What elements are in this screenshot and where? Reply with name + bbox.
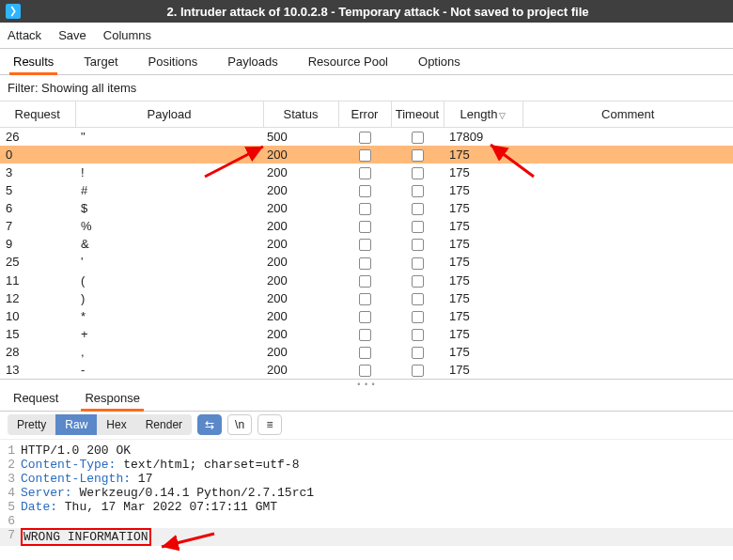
col-status[interactable]: Status (263, 101, 338, 128)
tab-payloads[interactable]: Payloads (226, 49, 279, 74)
col-timeout[interactable]: Timeout (391, 101, 444, 128)
tab-resource-pool[interactable]: Resource Pool (306, 49, 390, 74)
newline-toggle-icon[interactable]: \n (227, 414, 252, 435)
title-bar: 2. Intruder attack of 10.0.2.8 - Tempora… (0, 0, 733, 23)
table-row[interactable]: 28,200175 (0, 343, 733, 361)
detail-tab-bar: Request Response (0, 385, 733, 412)
view-mode-group: Pretty Raw Hex Render (8, 414, 192, 435)
main-tab-bar: Results Target Positions Payloads Resour… (0, 49, 733, 75)
code-line: 7WRONG INFORMATION (0, 528, 733, 546)
detail-tab-response[interactable]: Response (83, 385, 142, 411)
menu-bar: Attack Save Columns (0, 23, 733, 49)
error-checkbox[interactable] (359, 311, 371, 323)
view-hex[interactable]: Hex (97, 414, 135, 435)
tab-results[interactable]: Results (11, 49, 55, 74)
table-row[interactable]: 13-200175 (0, 361, 733, 379)
error-checkbox[interactable] (359, 257, 371, 270)
table-row[interactable]: 12)200175 (0, 289, 733, 307)
table-row[interactable]: 7%200175 (0, 217, 733, 235)
timeout-checkbox[interactable] (412, 149, 424, 162)
timeout-checkbox[interactable] (412, 347, 424, 359)
app-icon (6, 4, 21, 19)
detail-tab-request[interactable]: Request (11, 385, 60, 411)
table-row[interactable]: 10*200175 (0, 307, 733, 325)
code-line: 3Content-Length: 17 (0, 472, 733, 486)
code-line: 1HTTP/1.0 200 OK (0, 443, 733, 458)
view-toolbar: Pretty Raw Hex Render ⇆ \n ≡ (0, 412, 733, 440)
filter-text: Filter: Showing all items (8, 81, 136, 95)
code-line: 4Server: Werkzeug/0.14.1 Python/2.7.15rc… (0, 486, 733, 500)
results-table: Request Payload Status Error Timeout Len… (0, 101, 733, 379)
error-checkbox[interactable] (359, 329, 371, 341)
error-checkbox[interactable] (359, 293, 371, 305)
timeout-checkbox[interactable] (412, 275, 424, 288)
timeout-checkbox[interactable] (412, 293, 424, 305)
response-body[interactable]: 1HTTP/1.0 200 OK2Content-Type: text/html… (0, 440, 733, 560)
filter-bar[interactable]: Filter: Showing all items (0, 75, 733, 101)
error-checkbox[interactable] (359, 239, 371, 251)
error-checkbox[interactable] (359, 185, 371, 197)
col-length[interactable]: Length▽ (444, 101, 522, 128)
wrap-toggle-icon[interactable]: ⇆ (197, 414, 222, 435)
timeout-checkbox[interactable] (412, 167, 424, 179)
col-comment[interactable]: Comment (522, 101, 733, 128)
code-line: 6 (0, 514, 733, 528)
error-checkbox[interactable] (359, 132, 371, 144)
timeout-checkbox[interactable] (412, 185, 424, 197)
results-table-wrap: Request Payload Status Error Timeout Len… (0, 101, 733, 380)
tab-options[interactable]: Options (416, 49, 462, 74)
table-row[interactable]: 5#200175 (0, 181, 733, 199)
table-row[interactable]: 3!200175 (0, 163, 733, 181)
highlight-box: WRONG INFORMATION (21, 528, 151, 546)
timeout-checkbox[interactable] (412, 257, 424, 270)
table-row[interactable]: 11(200175 (0, 272, 733, 289)
error-checkbox[interactable] (359, 203, 371, 215)
menu-save[interactable]: Save (58, 28, 86, 42)
sort-indicator-icon: ▽ (499, 111, 506, 120)
menu-columns[interactable]: Columns (103, 28, 151, 42)
results-tbody: 26"5001780902001753!2001755#2001756$2001… (0, 128, 733, 379)
error-checkbox[interactable] (359, 149, 371, 162)
table-row[interactable]: 26"50017809 (0, 128, 733, 147)
tab-target[interactable]: Target (82, 49, 119, 74)
table-row[interactable]: 15+200175 (0, 325, 733, 343)
tab-positions[interactable]: Positions (147, 49, 200, 74)
timeout-checkbox[interactable] (412, 221, 424, 233)
code-line: 2Content-Type: text/html; charset=utf-8 (0, 458, 733, 472)
timeout-checkbox[interactable] (412, 311, 424, 323)
table-row[interactable]: 6$200175 (0, 199, 733, 217)
view-render[interactable]: Render (136, 414, 192, 435)
table-row[interactable]: 0200175 (0, 146, 733, 163)
error-checkbox[interactable] (359, 221, 371, 233)
timeout-checkbox[interactable] (412, 239, 424, 251)
error-checkbox[interactable] (359, 275, 371, 288)
view-pretty[interactable]: Pretty (8, 414, 55, 435)
menu-attack[interactable]: Attack (8, 28, 41, 42)
error-checkbox[interactable] (359, 365, 371, 377)
table-row[interactable]: 25'200175 (0, 253, 733, 271)
code-line: 5Date: Thu, 17 Mar 2022 07:17:11 GMT (0, 500, 733, 514)
timeout-checkbox[interactable] (412, 365, 424, 377)
col-error[interactable]: Error (338, 101, 391, 128)
col-payload[interactable]: Payload (75, 101, 263, 128)
view-raw[interactable]: Raw (55, 414, 97, 435)
view-menu-icon[interactable]: ≡ (257, 414, 282, 435)
timeout-checkbox[interactable] (412, 132, 424, 144)
table-row[interactable]: 9&200175 (0, 235, 733, 253)
timeout-checkbox[interactable] (412, 329, 424, 341)
window-title: 2. Intruder attack of 10.0.2.8 - Tempora… (28, 5, 727, 19)
col-request[interactable]: Request (0, 101, 75, 128)
error-checkbox[interactable] (359, 347, 371, 359)
error-checkbox[interactable] (359, 167, 371, 179)
timeout-checkbox[interactable] (412, 203, 424, 215)
